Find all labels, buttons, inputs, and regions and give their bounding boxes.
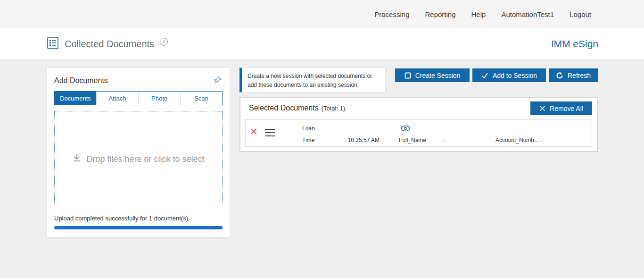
nav-processing[interactable]: Processing [374, 10, 409, 18]
refresh-button[interactable]: Refresh [549, 68, 598, 82]
time-label: Time [302, 137, 314, 143]
refresh-icon [556, 72, 563, 79]
remove-document-icon[interactable]: ✕ [250, 127, 258, 136]
collected-documents-icon [47, 36, 59, 51]
session-info-message: Create a new session with selected docum… [239, 67, 386, 93]
remove-all-button[interactable]: Remove All [530, 101, 592, 115]
selected-documents-title: Selected Documents [249, 104, 319, 112]
add-documents-card: Add Documents Documents Attach Photo Sca… [47, 67, 230, 237]
page-header: Collected Documents i IMM eSign [0, 28, 644, 60]
checkmark-icon [481, 72, 488, 79]
upload-status-text: Upload completed successfully for 1 docu… [54, 215, 223, 222]
session-actions: Create Session Add to Session Refresh [395, 68, 598, 82]
square-icon [405, 72, 411, 79]
selected-documents-panel: Selected Documents (Total: 1) Remove All… [239, 97, 598, 152]
info-icon[interactable]: i [160, 38, 168, 46]
add-documents-title: Add Documents [54, 76, 108, 85]
selected-documents-header: Selected Documents (Total: 1) Remove All [240, 98, 597, 118]
nav-reporting[interactable]: Reporting [425, 10, 455, 18]
tab-scan[interactable]: Scan [181, 92, 222, 105]
file-dropzone[interactable]: Drop files here or click to select [54, 111, 223, 207]
add-to-session-label: Add to Session [493, 72, 537, 79]
full-name-label: Full_Name [399, 137, 426, 143]
table-row: ✕ Loan Time : 10:35:57 AM Full_Name : Ac… [245, 119, 592, 147]
create-session-label: Create Session [415, 72, 461, 79]
top-nav: Processing Reporting Help AutomationTest… [0, 0, 644, 28]
page-title: Collected Documents [65, 39, 154, 50]
tab-attach[interactable]: Attach [97, 92, 139, 105]
add-to-session-button[interactable]: Add to Session [472, 68, 546, 82]
download-icon [72, 153, 82, 165]
dropzone-label: Drop files here or click to select [86, 154, 204, 164]
refresh-label: Refresh [568, 72, 591, 79]
nav-help[interactable]: Help [471, 10, 486, 18]
time-value: : 10:35:57 AM [345, 137, 380, 143]
app-root: Processing Reporting Help AutomationTest… [0, 0, 644, 278]
nav-logout[interactable]: Logout [570, 10, 591, 18]
upload-progress-bar [54, 226, 223, 229]
create-session-button[interactable]: Create Session [395, 68, 470, 82]
document-name: Loan [302, 125, 315, 132]
brand-logo: IMM eSign [551, 38, 598, 50]
selected-documents-total: (Total: 1) [322, 105, 346, 112]
pin-icon[interactable] [213, 75, 223, 86]
drag-handle-icon[interactable] [265, 129, 275, 139]
account-number-label: Account_Numb... : [495, 137, 542, 143]
remove-all-label: Remove All [550, 105, 583, 112]
x-icon [539, 105, 545, 111]
add-documents-tabs: Documents Attach Photo Scan [54, 91, 223, 105]
tab-photo[interactable]: Photo [139, 92, 181, 105]
nav-user-automationtest1[interactable]: AutomationTest1 [501, 10, 554, 18]
tab-documents[interactable]: Documents [55, 92, 97, 105]
full-name-colon: : [444, 137, 445, 143]
eye-icon[interactable] [400, 124, 411, 135]
